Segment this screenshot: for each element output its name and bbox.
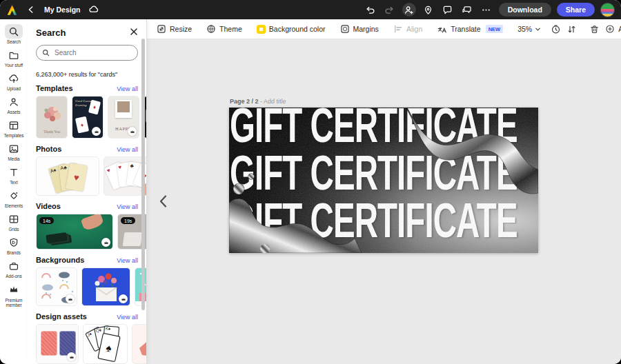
rail-item-upload[interactable]: Upload [0, 71, 28, 92]
main-area: Search Your stuff Upload Assets [0, 19, 621, 364]
view-all-backgrounds-link[interactable]: View all [117, 257, 138, 264]
left-rail: Search Your stuff Upload Assets [0, 19, 28, 364]
previous-page-chevron[interactable] [155, 192, 170, 210]
pink-hand-illustration [132, 325, 147, 364]
section-templates: Templates View all Thank You Card Game E… [36, 84, 138, 139]
asset-thumb-card-backs[interactable] [36, 324, 79, 364]
undo-icon[interactable] [364, 3, 377, 17]
timer-icon[interactable] [551, 22, 561, 36]
upload-cloud-icon [5, 71, 23, 85]
photo-thumb-hand-holding-cards[interactable]: ♥ ♥ ♣ ♥ [103, 156, 147, 196]
premium-crown-badge [67, 352, 76, 361]
section-videos: Videos View all 14s 19 [36, 202, 138, 250]
rail-item-premium-member[interactable]: Premium member [0, 283, 28, 308]
close-panel-icon[interactable] [130, 26, 138, 39]
section-photos: Photos View all A♠ A♣ ♥ ♥ ♥ ♣ ♥ [36, 145, 138, 196]
image-icon [5, 141, 23, 156]
view-all-templates-link[interactable]: View all [117, 85, 138, 92]
reorder-icon[interactable] [566, 22, 577, 36]
delete-page-icon[interactable] [589, 22, 600, 36]
template-thumb-thank-you[interactable]: Thank You [36, 96, 68, 139]
rail-item-assets[interactable]: Assets [0, 94, 28, 115]
rail-item-media[interactable]: Media [0, 141, 28, 162]
design-toolbar: Resize Theme Background color Margins Al… [147, 19, 621, 39]
background-thumb-winter-scene[interactable] [135, 267, 147, 306]
background-thumb-flower-envelope[interactable] [81, 267, 130, 306]
align-icon [393, 24, 403, 34]
rail-item-elements[interactable]: Elements [0, 188, 28, 209]
work-area: Resize Theme Background color Margins Al… [147, 19, 621, 364]
template-thumb-card-game-evening[interactable]: Card Game Evening ♦ ♦ [72, 96, 103, 139]
rail-item-your-stuff[interactable]: Your stuff [0, 48, 28, 68]
add-circle-icon [605, 24, 615, 34]
premium-crown-badge [66, 294, 75, 303]
user-avatar[interactable] [600, 3, 615, 17]
share-button[interactable]: Share [557, 3, 595, 17]
search-input[interactable] [53, 48, 132, 57]
search-icon [5, 24, 23, 39]
gift-certificate-text-line[interactable]: GIFT CERTIFICATE [230, 148, 518, 197]
download-button[interactable]: Download [499, 3, 551, 17]
resize-icon [157, 24, 166, 34]
resize-button[interactable]: Resize [157, 24, 192, 34]
search-panel: Search 6,263,000+ results for "cards" Te… [28, 19, 147, 364]
premium-crown-badge [128, 127, 137, 136]
location-pin-icon[interactable] [422, 3, 435, 17]
margins-button[interactable]: Margins [340, 24, 379, 34]
view-all-videos-link[interactable]: View all [117, 203, 138, 210]
shield-icon [5, 235, 23, 250]
gift-certificate-text-line[interactable]: GIFT CERTIFICATE [230, 108, 518, 150]
topbar-actions: Download Share [364, 3, 615, 17]
asset-thumb-hand-illustration[interactable] [132, 324, 147, 364]
rail-item-templates[interactable]: Templates [0, 118, 28, 139]
panel-scrollbar[interactable] [141, 39, 145, 310]
asset-thumb-fanned-cards[interactable]: J♠ Q♠ K♠ ♠ [83, 324, 128, 364]
app-window: My Design [0, 0, 621, 364]
premium-crown-badge [92, 127, 101, 136]
view-all-photos-link[interactable]: View all [117, 146, 138, 153]
zoom-dropdown[interactable]: 35% [518, 25, 541, 33]
view-all-design-assets-link[interactable]: View all [117, 314, 138, 321]
design-canvas[interactable]: GIFT CERTIFICATE GIFT CERTIFICATE GIFT C… [229, 108, 538, 253]
video-thumb-card-shuffle[interactable]: 14s [36, 214, 113, 250]
grid-icon [5, 212, 23, 226]
add-collaborator-icon[interactable] [402, 3, 416, 17]
comment-icon[interactable] [441, 3, 455, 17]
redo-icon[interactable] [383, 3, 397, 17]
add-page-button[interactable]: Add [605, 24, 621, 34]
align-button[interactable]: Align [393, 24, 422, 34]
page-label[interactable]: Page 2 / 2 - Add title [230, 98, 286, 105]
flower-illustration [37, 101, 68, 128]
rail-item-brands[interactable]: Brands [0, 235, 28, 256]
shapes-icon [5, 188, 23, 203]
template-thumb-happy[interactable]: HAPPY [108, 96, 139, 139]
page-title-placeholder[interactable]: - Add title [260, 98, 286, 105]
theme-button[interactable]: Theme [206, 24, 242, 34]
page-number: Page 2 / 2 [230, 98, 259, 105]
canvas-stage: Page 2 / 2 - Add title GIFT CERTIFICATE … [147, 39, 621, 364]
template-icon [5, 118, 23, 132]
person-icon [5, 94, 23, 109]
background-thumb-rainbow-pattern[interactable] [36, 267, 77, 306]
document-title[interactable]: My Design [44, 6, 81, 14]
rail-item-text[interactable]: Text [0, 165, 28, 185]
cloud-sync-icon[interactable] [87, 3, 101, 17]
crown-icon [5, 283, 23, 297]
rail-item-search[interactable]: Search [0, 24, 28, 45]
more-options-icon[interactable] [480, 3, 493, 17]
back-chevron-icon[interactable] [24, 3, 38, 17]
translate-button[interactable]: Translate NEW [437, 24, 503, 34]
adobe-express-logo-icon[interactable] [6, 4, 18, 16]
margins-icon [340, 24, 350, 34]
gift-certificate-text-line[interactable]: GIFT CERTIFICATE [230, 196, 518, 245]
rail-item-grids[interactable]: Grids [0, 212, 28, 232]
search-box[interactable] [36, 45, 138, 61]
premium-crown-badge [101, 238, 110, 247]
rail-item-add-ons[interactable]: Add-ons [0, 259, 28, 279]
feedback-bubbles-icon[interactable] [460, 3, 474, 17]
background-color-button[interactable]: Background color [257, 25, 326, 34]
new-badge: NEW [486, 25, 504, 33]
section-backgrounds: Backgrounds View all [36, 256, 138, 306]
briefcase-icon [5, 259, 23, 273]
photo-thumb-vintage-cards[interactable]: A♠ A♣ ♥ [36, 156, 99, 196]
